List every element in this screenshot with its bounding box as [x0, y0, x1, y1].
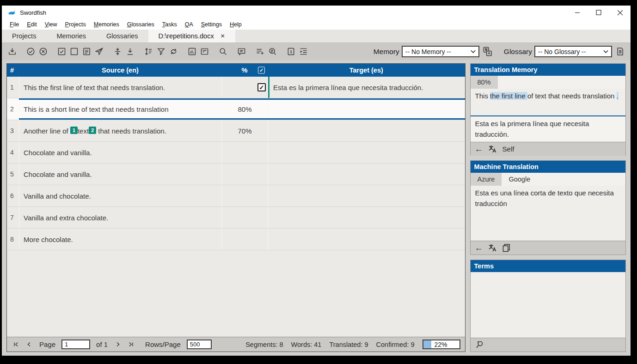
- progress-fill: [423, 340, 431, 348]
- memory-select[interactable]: -- No Memory --: [402, 46, 479, 57]
- target-cell[interactable]: [268, 142, 465, 163]
- segment-row-7[interactable]: 7Vanilla and extra chocolate.: [7, 207, 465, 229]
- tm-target-text: Esta es la primera línea que necesita tr…: [471, 116, 625, 142]
- target-cell[interactable]: [268, 229, 465, 250]
- source-cell[interactable]: Vanilla and chocolate.: [19, 185, 221, 206]
- menu-projects[interactable]: Projects: [65, 21, 86, 28]
- target-cell[interactable]: Esta es la primera línea que necesita tr…: [268, 77, 465, 98]
- refresh-icon[interactable]: [167, 45, 180, 58]
- tab-document-active[interactable]: D:\repetitions.docx✕: [148, 30, 235, 42]
- source-cell[interactable]: Another line of 1text2 that needs transl…: [19, 120, 221, 141]
- send-arrow-icon[interactable]: [93, 45, 105, 58]
- filter-icon[interactable]: [155, 45, 167, 58]
- tm-source-text: This the first line of text that needs t…: [471, 89, 625, 115]
- tab-memories[interactable]: Memories: [46, 30, 96, 42]
- next-page-button[interactable]: [114, 341, 122, 348]
- window-controls: [567, 6, 631, 19]
- segment-row-2[interactable]: 2This is a short line of text that needs…: [7, 98, 465, 120]
- mt-tab-google[interactable]: Google: [502, 173, 537, 186]
- menu-mnemonic: T: [162, 21, 165, 28]
- terms-search-icon[interactable]: [475, 340, 484, 350]
- menu-qa[interactable]: QA: [185, 21, 193, 28]
- search-text-icon[interactable]: [266, 45, 279, 58]
- source-cell[interactable]: Vanilla and extra chocolate.: [19, 207, 221, 228]
- indent-icon[interactable]: [297, 45, 310, 58]
- checkbox-empty-icon[interactable]: [68, 45, 80, 58]
- menu-edit[interactable]: Edit: [27, 21, 37, 28]
- cancel-circle-icon[interactable]: [37, 45, 49, 58]
- segment-row-1[interactable]: 1This the first line of text that needs …: [7, 77, 465, 98]
- first-page-button[interactable]: [12, 341, 20, 348]
- tab-glossaries[interactable]: Glossaries: [96, 30, 148, 42]
- tm-match-tab[interactable]: 80%: [471, 76, 498, 89]
- segment-row-3[interactable]: 3Another line of 1text2 that needs trans…: [7, 120, 465, 142]
- add-lines-icon[interactable]: [254, 45, 266, 58]
- confirm-circle-icon[interactable]: [24, 45, 37, 58]
- glossary-select[interactable]: -- No Glossary --: [534, 46, 612, 57]
- last-page-button[interactable]: [127, 341, 135, 348]
- merge-vertical-icon[interactable]: [111, 45, 124, 58]
- arrow-to-bottom-icon[interactable]: [124, 45, 136, 58]
- segment-row-8[interactable]: 8More chocolate.: [7, 229, 465, 250]
- menu-glossaries[interactable]: Glossaries: [127, 21, 154, 28]
- previous-page-button[interactable]: [24, 341, 33, 348]
- source-cell[interactable]: Chocolate and vanilla.: [19, 142, 221, 163]
- menu-view[interactable]: View: [45, 21, 57, 28]
- document-text-icon[interactable]: [80, 45, 93, 58]
- checkbox-checked-icon[interactable]: [55, 45, 68, 58]
- mt-translate-icon[interactable]: [488, 243, 497, 253]
- target-cell[interactable]: [268, 120, 465, 141]
- source-cell[interactable]: This is a short line of text that needs …: [19, 98, 221, 120]
- stat-translated: Translated: 9: [329, 341, 368, 348]
- mt-apply-arrow-icon[interactable]: ←: [475, 243, 484, 252]
- page-input[interactable]: [61, 340, 90, 349]
- confirmed-checkbox[interactable]: ✓: [257, 83, 266, 91]
- source-cell[interactable]: More chocolate.: [19, 229, 221, 250]
- search-icon[interactable]: [217, 45, 229, 58]
- toolbar-icon-group: 1: [6, 45, 310, 58]
- target-cell[interactable]: [268, 164, 465, 185]
- menu-memories[interactable]: Memories: [94, 21, 119, 28]
- close-button[interactable]: [609, 6, 631, 19]
- header-percent: % ✓: [221, 67, 268, 74]
- note-panel-icon[interactable]: [198, 45, 211, 58]
- segment-row-6[interactable]: 6Vanilla and chocolate.: [7, 185, 465, 207]
- header-confirm-checkbox[interactable]: ✓: [258, 67, 265, 74]
- menu-bar: FileEditViewProjectsMemoriesGlossariesTa…: [2, 19, 631, 30]
- rows-per-page-input[interactable]: [187, 340, 212, 349]
- segment-number-icon[interactable]: 1: [285, 45, 297, 58]
- plain-text: Vanilla and chocolate.: [24, 192, 91, 200]
- menu-help[interactable]: Help: [230, 21, 242, 28]
- memory-translate-icon[interactable]: A: [481, 45, 494, 58]
- menu-settings[interactable]: Settings: [201, 21, 222, 28]
- header-target: Target (es): [268, 67, 465, 74]
- tab-close-icon[interactable]: ✕: [220, 33, 225, 39]
- segment-row-4[interactable]: 4Chocolate and vanilla.: [7, 142, 465, 164]
- selection-bar-bottom: [19, 118, 465, 120]
- segment-row-5[interactable]: 5Chocolate and vanilla.: [7, 164, 465, 185]
- plain-text: [614, 92, 616, 100]
- tm-translate-icon[interactable]: [488, 144, 497, 154]
- target-cell[interactable]: [268, 98, 465, 120]
- menu-file[interactable]: File: [10, 21, 19, 28]
- maximize-button[interactable]: [588, 6, 609, 19]
- source-text: Vanilla and extra chocolate.: [24, 214, 108, 222]
- glossary-document-icon[interactable]: [614, 45, 626, 58]
- mt-tab-azure[interactable]: Azure: [471, 173, 502, 186]
- target-cell[interactable]: [268, 207, 465, 228]
- menu-tasks[interactable]: Tasks: [162, 21, 177, 28]
- mt-copy-icon[interactable]: [502, 243, 511, 253]
- tab-projects[interactable]: Projects: [2, 30, 46, 42]
- segment-number: 1: [7, 77, 19, 98]
- minimize-button[interactable]: [567, 6, 588, 19]
- save-icon[interactable]: [6, 45, 18, 58]
- tm-apply-arrow-icon[interactable]: ←: [475, 145, 484, 153]
- source-cell[interactable]: This the first line of text that needs t…: [19, 77, 221, 98]
- source-cell[interactable]: Chocolate and vanilla.: [19, 164, 221, 185]
- sort-lines-icon[interactable]: [142, 45, 155, 58]
- target-cell[interactable]: [268, 185, 465, 206]
- statistics-icon[interactable]: [186, 45, 198, 58]
- comment-icon[interactable]: [235, 45, 248, 58]
- segment-number: 6: [7, 185, 19, 206]
- source-text: Chocolate and vanilla.: [24, 170, 92, 178]
